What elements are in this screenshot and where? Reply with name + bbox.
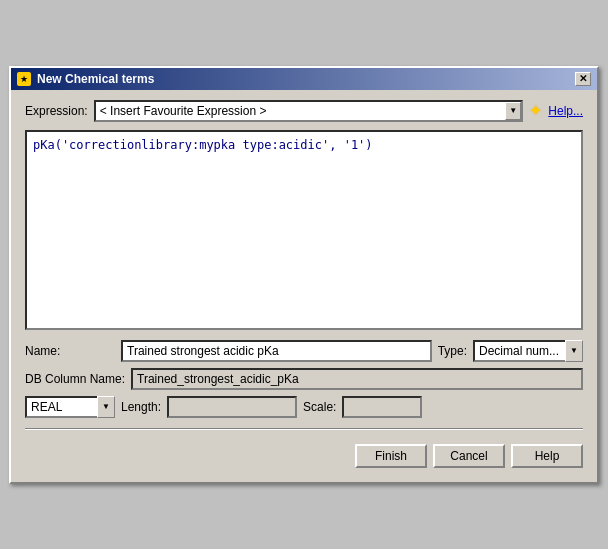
scale-input: [342, 396, 422, 418]
finish-button[interactable]: Finish: [355, 444, 427, 468]
name-input[interactable]: [121, 340, 432, 362]
star-icon[interactable]: ✦: [529, 101, 542, 120]
close-button[interactable]: ✕: [575, 72, 591, 86]
length-input: [167, 396, 297, 418]
type-label: Type:: [438, 344, 467, 358]
expression-select[interactable]: < Insert Favourite Expression >: [94, 100, 524, 122]
window-icon: ★: [17, 72, 31, 86]
help-button[interactable]: Help: [511, 444, 583, 468]
expression-row: Expression: < Insert Favourite Expressio…: [25, 100, 583, 122]
expression-label: Expression:: [25, 104, 88, 118]
db-column-input: [131, 368, 583, 390]
fields-section: Name: Type: Decimal num... ▼ DB Column N…: [25, 340, 583, 418]
code-editor[interactable]: pKa('correctionlibrary:mypka type:acidic…: [25, 130, 583, 330]
datatype-select-wrapper: REAL ▼: [25, 396, 115, 418]
window-title: New Chemical terms: [37, 72, 154, 86]
window-body: Expression: < Insert Favourite Expressio…: [11, 90, 597, 482]
dialog-window: ★ New Chemical terms ✕ Expression: < Ins…: [9, 66, 599, 484]
datatype-select[interactable]: REAL: [25, 396, 115, 418]
db-column-label: DB Column Name:: [25, 372, 125, 386]
title-bar-left: ★ New Chemical terms: [17, 72, 154, 86]
scale-label: Scale:: [303, 400, 336, 414]
db-column-row: DB Column Name:: [25, 368, 583, 390]
length-label: Length:: [121, 400, 161, 414]
help-link[interactable]: Help...: [548, 104, 583, 118]
cancel-button[interactable]: Cancel: [433, 444, 505, 468]
name-type-row: Name: Type: Decimal num... ▼: [25, 340, 583, 362]
data-type-row: REAL ▼ Length: Scale:: [25, 396, 583, 418]
code-content: pKa('correctionlibrary:mypka type:acidic…: [33, 138, 373, 152]
title-bar: ★ New Chemical terms ✕: [11, 68, 597, 90]
type-select[interactable]: Decimal num...: [473, 340, 583, 362]
type-select-wrapper: Decimal num... ▼: [473, 340, 583, 362]
button-row: Finish Cancel Help: [25, 440, 583, 472]
divider: [25, 428, 583, 430]
expression-select-wrapper: < Insert Favourite Expression > ▼: [94, 100, 524, 122]
name-label: Name:: [25, 344, 115, 358]
